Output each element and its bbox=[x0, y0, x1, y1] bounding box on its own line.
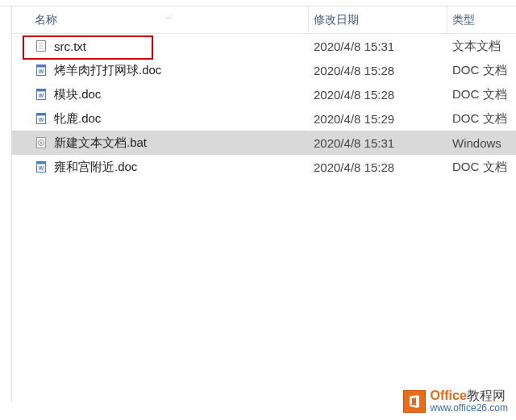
svg-text:W: W bbox=[39, 165, 44, 171]
column-header-type-label: 类型 bbox=[452, 13, 475, 26]
word-doc-icon: W bbox=[35, 88, 48, 101]
file-name-cell: W模块.doc bbox=[12, 87, 309, 102]
table-row[interactable]: W烤羊肉打打网球.doc2020/4/8 15:28DOC 文档 bbox=[12, 58, 516, 82]
file-type-label: DOC 文档 bbox=[452, 111, 507, 125]
file-date-label: 2020/4/8 15:31 bbox=[314, 40, 394, 53]
svg-rect-17 bbox=[37, 162, 46, 164]
file-type-label: 文本文档 bbox=[452, 39, 501, 52]
watermark-url: www.office26.com bbox=[431, 403, 509, 414]
svg-rect-5 bbox=[37, 65, 46, 68]
file-date-cell: 2020/4/8 15:28 bbox=[309, 160, 447, 174]
column-header-name-label: 名称 bbox=[35, 13, 57, 27]
file-type-cell: 文本文档 bbox=[447, 39, 516, 54]
file-list-panel: 名称 ︿ 修改日期 类型 src.txt2020/4/8 15:31文本文档W烤… bbox=[11, 6, 516, 401]
svg-text:W: W bbox=[39, 93, 44, 98]
file-name-cell: W牝鹿.doc bbox=[12, 111, 309, 127]
file-name-label: 雍和宫附近.doc bbox=[54, 160, 137, 175]
table-row[interactable]: W牝鹿.doc2020/4/8 15:29DOC 文档 bbox=[12, 106, 516, 131]
file-name-label: 牝鹿.doc bbox=[54, 111, 101, 127]
column-header-name[interactable]: 名称 ︿ bbox=[12, 6, 309, 33]
svg-text:W: W bbox=[39, 69, 44, 74]
file-type-cell: DOC 文档 bbox=[447, 63, 516, 78]
gear-file-icon bbox=[35, 136, 48, 149]
file-date-cell: 2020/4/8 15:31 bbox=[309, 136, 447, 150]
file-name-cell: 新建文本文档.bat bbox=[12, 135, 309, 151]
table-row[interactable]: W模块.doc2020/4/8 15:28DOC 文档 bbox=[12, 82, 516, 106]
watermark-brand: Office教程网 bbox=[431, 389, 509, 403]
file-date-cell: 2020/4/8 15:29 bbox=[309, 112, 447, 126]
text-file-icon bbox=[35, 40, 48, 52]
svg-rect-11 bbox=[37, 114, 46, 116]
column-header-row: 名称 ︿ 修改日期 类型 bbox=[12, 6, 516, 34]
watermark-brand-bold: Office bbox=[431, 389, 467, 402]
table-row[interactable]: W雍和宫附近.doc2020/4/8 15:28DOC 文档 bbox=[12, 155, 516, 179]
svg-rect-8 bbox=[37, 89, 46, 92]
watermark-brand-rest: 教程网 bbox=[467, 389, 506, 402]
table-row[interactable]: src.txt2020/4/8 15:31文本文档 bbox=[12, 34, 516, 58]
file-name-label: 新建文本文档.bat bbox=[54, 135, 147, 151]
file-name-cell: W雍和宫附近.doc bbox=[12, 160, 309, 175]
file-rows: src.txt2020/4/8 15:31文本文档W烤羊肉打打网球.doc202… bbox=[12, 34, 516, 179]
sort-caret-icon: ︿ bbox=[165, 11, 173, 23]
column-header-type[interactable]: 类型 bbox=[447, 13, 516, 27]
file-date-label: 2020/4/8 15:28 bbox=[314, 64, 394, 77]
word-doc-icon: W bbox=[35, 160, 48, 173]
file-date-cell: 2020/4/8 15:31 bbox=[309, 40, 447, 53]
office-logo-icon bbox=[403, 390, 426, 413]
watermark: Office教程网 www.office26.com bbox=[403, 389, 509, 414]
file-date-label: 2020/4/8 15:31 bbox=[314, 136, 394, 150]
column-header-date[interactable]: 修改日期 bbox=[309, 6, 447, 33]
svg-point-15 bbox=[40, 142, 42, 143]
file-type-cell: DOC 文档 bbox=[447, 87, 516, 102]
column-header-date-label: 修改日期 bbox=[314, 13, 359, 27]
file-type-cell: DOC 文档 bbox=[447, 160, 516, 175]
file-name-cell: W烤羊肉打打网球.doc bbox=[12, 63, 309, 78]
file-name-label: 模块.doc bbox=[54, 87, 101, 102]
toolbar-fragment bbox=[0, 0, 516, 6]
file-date-label: 2020/4/8 15:28 bbox=[314, 160, 394, 174]
file-type-cell: Windows bbox=[447, 136, 516, 150]
file-type-label: DOC 文档 bbox=[452, 63, 507, 77]
file-date-cell: 2020/4/8 15:28 bbox=[309, 88, 447, 102]
file-date-label: 2020/4/8 15:29 bbox=[314, 112, 394, 126]
file-name-label: src.txt bbox=[54, 40, 86, 53]
file-type-label: DOC 文档 bbox=[452, 160, 507, 173]
watermark-text: Office教程网 www.office26.com bbox=[431, 389, 509, 414]
file-type-cell: DOC 文档 bbox=[447, 111, 516, 127]
file-date-cell: 2020/4/8 15:28 bbox=[309, 64, 447, 77]
file-name-label: 烤羊肉打打网球.doc bbox=[54, 63, 161, 78]
file-name-cell: src.txt bbox=[12, 40, 309, 53]
file-type-label: Windows bbox=[452, 136, 501, 150]
file-date-label: 2020/4/8 15:28 bbox=[314, 88, 394, 102]
table-row[interactable]: 新建文本文档.bat2020/4/8 15:31Windows bbox=[12, 131, 516, 155]
file-type-label: DOC 文档 bbox=[452, 87, 507, 101]
svg-text:W: W bbox=[39, 117, 44, 123]
word-doc-icon: W bbox=[35, 64, 48, 77]
word-doc-icon: W bbox=[35, 112, 48, 125]
